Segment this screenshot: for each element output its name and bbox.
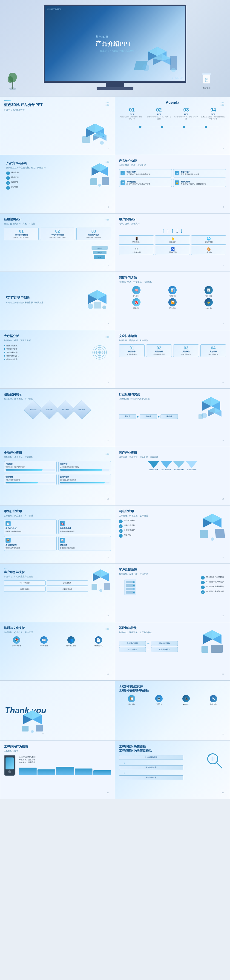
fin-card-2: 信贷评估 大数据驱动的信贷评分模型 — [58, 461, 111, 472]
mfg-items: 1生产流程优化 2设备状态监控 3故障预测维护 4质量控制 — [119, 520, 178, 538]
svg-point-13 — [8, 76, 13, 83]
agenda-item-2: 02 TIPS 新框架设计 分层、分布、高效、可定制 — [146, 107, 172, 120]
func-item-2: ◈ 数据可视化直观展示数据分析结果 — [173, 169, 226, 177]
slide-industry: 行业应用与实践 深度融入多个行业的完整解决方案 制造业 ▶ 金融业 ▶ — [115, 388, 230, 447]
slide-num-22: 22 — [222, 733, 224, 735]
svg-rect-16 — [204, 73, 209, 74]
slide-num-7: 7 — [108, 323, 109, 325]
slide-num-9: 9 — [108, 381, 109, 383]
svg-point-31 — [205, 126, 207, 128]
slide-retail: 零售行业应用 客户分析、商品推荐、库存管理 📈 客户行为分析 分析客户购买行为模… — [0, 505, 115, 564]
screen-desc: ——深度学习与大数据分析的完美结合 — [96, 49, 134, 52]
arrow-up-blue2: ↑ — [171, 228, 174, 234]
slide-num-4: 4 — [223, 206, 224, 208]
tr-icon-2: 📖 知识库建设 — [31, 636, 57, 647]
cs-features: 7×24小时支持 多渠道服务 智能客服系统 问题快速响应 — [4, 581, 88, 592]
sec-step-1: 01 数据加密 多层加密保护 — [119, 344, 145, 357]
svg-point-30 — [183, 126, 185, 128]
feat-1: 📱 响应式设计 — [119, 235, 154, 245]
arch-layer-3: 03 底层架构框架 数据存储、安全基础 — [77, 228, 111, 240]
thankyou-3d — [20, 708, 45, 735]
eng-guide-icons: 📋 技术文档 💻 代码示例 🔌 API接口 🛠 技术支持 — [119, 695, 226, 706]
slide-engineer-guide: 工程师的最佳伙伴 工程师的完美解决路径 📋 技术文档 💻 代码示例 🔌 API接… — [115, 681, 230, 741]
sec-step-2: 02 访问控制 精细化权限管理 — [146, 344, 172, 357]
screen-title: 产品介绍PPT — [96, 40, 134, 47]
dl-item-4: 🎯 强化学习 — [119, 298, 154, 309]
slide-cases: 创新案例展示 行业先驱、成功落地、客户受益 智能制造 金融科技 医疗健康 智慧城… — [0, 388, 115, 447]
screen-content: 蓝色3D风 产品介绍PPT ——深度学习与大数据分析的完美结合 — [91, 30, 139, 57]
slide-num-24: 24 — [222, 792, 224, 794]
agenda-item-1: 01 TIPS 产品核心功能 自动化流程、数据、智能分析 — [119, 107, 145, 120]
ui-feat-grid: 📱 响应式设计 👆 直观操作 🌐 多语言支持 ⚙ 个性化定制 ♿ 无障 — [119, 235, 226, 255]
svg-rect-68 — [215, 529, 225, 538]
sec-step-3: 03 风险评估 实时威胁检测 — [173, 344, 199, 357]
industry-3d-illus — [197, 395, 225, 423]
slide-num-2: 2 — [223, 148, 224, 150]
ui-arrows: ↑ ↑ ↑ ↓ ↓ — [119, 228, 226, 234]
cs-feat-2: 多渠道服务 — [47, 581, 88, 585]
fin-items: 风险控制 智能化风险识别与防控系统 信贷评估 大数据驱动的信贷评分模型 智能理财… — [4, 461, 111, 485]
agenda-title: Agenda — [119, 100, 226, 105]
func-item-3: ⚙ 自动化流程减少手动操作，提高工作效率 — [119, 179, 172, 187]
feat-6: 🎨 主题切换 — [191, 246, 226, 255]
slide-training: 培训与文化支持 技术培训、行业分析、用户管理 📚 技术培训体系 📖 知识库建设 … — [0, 622, 115, 681]
slide-medical: 医疗行业应用 辅助诊断、患者管理、药品分析、远程诊断 智能辅助诊断 患者数据管理… — [115, 447, 230, 505]
slide-num-15: 15 — [107, 556, 109, 558]
slide-infra: 器设施与投资 数据中心、网络部署、以产品为核心 数据中心建设 → — [115, 622, 230, 681]
feat-2: 👆 直观操作 — [155, 235, 190, 245]
slide-num-16: 16 — [222, 556, 224, 558]
eng-icon-4: 🛠 技术支持 — [201, 695, 226, 706]
dl-title: 深度学习方法 — [119, 276, 226, 280]
slide-num-10: 10 — [222, 381, 224, 383]
bigdata-subtitle: 数据收集、处理、可视化分析 — [4, 339, 111, 342]
industry-flow: 制造业 ▶ 金融业 ▶ 医疗业 — [119, 414, 178, 419]
ret-card-1: 📈 客户行为分析 分析客户购买行为模式 — [4, 520, 57, 534]
ret-subtitle: 客户分析、商品推荐、库存管理 — [4, 514, 111, 517]
core-func-subtitle: 自动化流程、数据、智能分析 — [119, 164, 226, 167]
slide-ui: 用户界面设计 简单、直观、多语支持 ↑ ↑ ↑ ↓ ↓ 📱 响应式设计 👆 直观… — [115, 213, 230, 272]
svg-point-84 — [133, 592, 134, 593]
svg-point-9 — [171, 68, 176, 72]
phone-mockup — [4, 755, 15, 776]
cup-label: 素材魔盒 — [201, 87, 212, 90]
slide-mfg: 制造业应用 生产优化、设备监控、故障预测 1生产流程优化 2设备状态监控 3故障… — [115, 505, 230, 564]
website-label: sucaimhe.com — [47, 8, 61, 10]
hero-section: 蓝色3D风 产品介绍PPT ——深度学习与大数据分析的完美结合 sucaimhe… — [0, 0, 230, 97]
med-subtitle: 辅助诊断、患者管理、药品分析、远程诊断 — [119, 456, 226, 459]
slide-num-23: 23 — [107, 792, 109, 794]
slide-thankyou: Thank you 21 — [0, 681, 115, 741]
svg-text:应用层: 应用层 — [97, 247, 102, 249]
dl-methods-grid: 🧠 神经网络 📊 卷积网络 🔄 循环网络 🎯 强化学习 🔁 迁移学 — [119, 286, 226, 309]
fin-title: 金融行业应用 — [4, 451, 111, 455]
svg-rect-36 — [102, 177, 109, 185]
hero-cup-decoration: 素材 魔盒 素材魔盒 — [201, 71, 212, 90]
dl-item-2: 📊 卷积网络 — [155, 286, 190, 297]
svg-rect-35 — [90, 178, 97, 185]
slide-num-18: 18 — [222, 615, 224, 617]
slide-security: 安全技术架构 数据加密、访问控制、风险评估 01 数据加密 多层加密保护 02 … — [115, 330, 230, 388]
tech-subtitle: 引领行业的创新技术和创新技术解决方案 — [6, 301, 43, 304]
fin-subtitle: 风险控制、信贷评估、智能服务 — [4, 456, 111, 459]
svg-point-29 — [161, 126, 163, 128]
slide-tech: 技术实现与创新 引领行业的创新技术和创新技术解决方案 7 — [0, 272, 115, 330]
screen-3d-graphic — [134, 42, 180, 79]
arrow-up-blue: ↑ — [162, 228, 165, 234]
fin-card-4: 反欺诈系统 实时交易异常检测系统 — [58, 474, 111, 485]
svg-rect-74 — [104, 583, 110, 590]
slide-num-6: 6 — [223, 264, 224, 266]
product-pos-list: 1核心架构 2技术支持 3数据安全 4用户服务 — [6, 172, 88, 190]
svg-point-75 — [99, 589, 102, 592]
arch-3d: 应用层 中间件 底层 — [89, 246, 110, 263]
product-pos-3d — [89, 162, 110, 189]
eng-beh-subtitle: 工程师行为规范 — [4, 750, 111, 752]
svg-rect-95 — [22, 726, 29, 732]
ret-items: 📈 客户行为分析 分析客户购买行为模式 🎯 智能商品推荐 基于偏好的精准推荐 📦… — [4, 520, 111, 551]
fb-server-illus — [121, 577, 140, 601]
func-icon-2: ◈ — [175, 171, 179, 175]
svg-point-69 — [211, 538, 214, 541]
svg-point-37 — [98, 184, 101, 187]
func-item-4: 🔒 安全性保障多层次安全防护，保障数据安全 — [173, 179, 226, 187]
cases-title: 创新案例展示 — [4, 392, 111, 396]
fin-card-3: 智能理财 个性化理财方案推荐 — [4, 474, 57, 485]
dl-item-6: ⚡ 生成对抗 — [191, 298, 226, 309]
